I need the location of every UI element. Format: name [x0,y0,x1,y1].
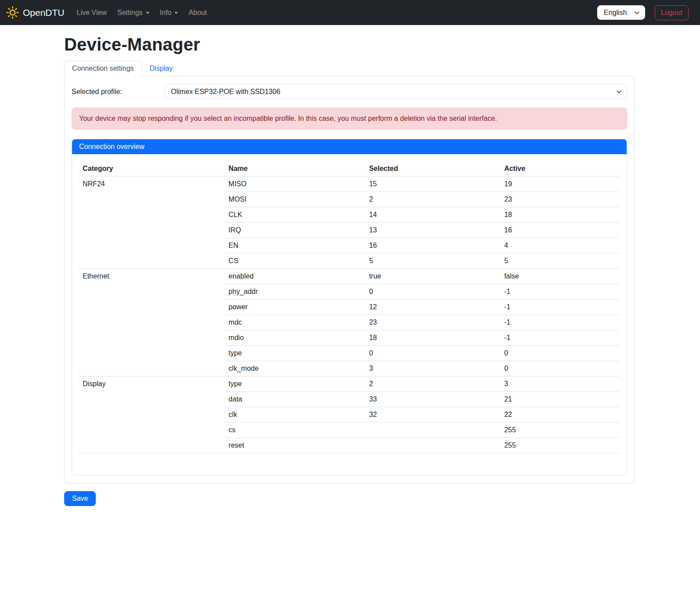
col-header-name: Name [225,161,366,177]
category-cell: NRF24 [79,177,225,269]
table-head: Category Name Selected Active [79,161,620,177]
active-cell: 0 [501,346,620,361]
selected-cell: 2 [366,192,501,207]
name-cell: type [225,376,366,392]
active-cell: 4 [501,238,620,253]
col-header-category: Category [79,161,225,177]
col-header-active: Active [501,161,620,177]
selected-cell: 16 [366,238,501,253]
brand-link[interactable]: OpenDTU [6,6,65,19]
selected-cell: 18 [366,330,501,346]
selected-cell: 33 [366,392,501,407]
name-cell: mdio [225,330,366,346]
name-cell: IRQ [225,223,366,238]
name-cell: phy_addr [225,284,366,300]
active-cell: 19 [501,177,620,192]
selected-cell: 0 [366,346,501,361]
active-cell: 18 [501,207,620,223]
brand-label: OpenDTU [23,7,65,18]
caret-down-icon [174,12,178,14]
incompatible-profile-alert: Your device may stop responding if you s… [72,108,627,130]
active-cell: 22 [501,407,620,423]
active-cell: -1 [501,330,620,346]
save-button[interactable]: Save [64,491,96,506]
top-navbar: OpenDTU Live View Settings Info About En… [0,0,700,25]
language-select[interactable]: English [597,5,645,20]
table-row: Ethernetenabledtruefalse [79,269,620,284]
selected-cell: 3 [366,361,501,376]
name-cell: type [225,346,366,361]
name-cell: MOSI [225,192,366,207]
nav-links: Live View Settings Info About [72,5,213,20]
selected-cell: 2 [366,376,501,392]
nav-item-live-view[interactable]: Live View [72,5,112,20]
profile-label: Selected profile: [72,88,165,96]
active-cell: 255 [501,423,620,438]
table-row: NRF24MISO1519 [79,177,620,192]
active-cell: -1 [501,300,620,315]
name-cell: CS [225,253,366,269]
selected-cell: true [366,269,501,284]
tab-bar: Connection settings Display [64,61,635,76]
profile-select[interactable]: Olimex ESP32-POE with SSD1306 [165,84,627,99]
name-cell: mdc [225,315,366,330]
tab-content: Selected profile: Olimex ESP32-POE with … [64,76,635,484]
card-header: Connection overview [72,139,627,154]
selected-cell: 5 [366,253,501,269]
name-cell: cs [225,423,366,438]
profile-row: Selected profile: Olimex ESP32-POE with … [72,84,627,99]
name-cell: enabled [225,269,366,284]
profile-select-wrap: Olimex ESP32-POE with SSD1306 [165,84,627,99]
active-cell: 21 [501,392,620,407]
connection-overview-table: Category Name Selected Active NRF24MISO1… [79,161,620,453]
name-cell: clk [225,407,366,423]
tab-display[interactable]: Display [142,61,181,76]
card-body: Category Name Selected Active NRF24MISO1… [72,154,627,475]
active-cell: 5 [501,253,620,269]
navbar-right: English Logout [597,5,694,20]
active-cell: 0 [501,361,620,376]
active-cell: false [501,269,620,284]
caret-down-icon [146,12,149,14]
active-cell: 23 [501,192,620,207]
connection-table-body: NRF24MISO1519MOSI223CLK1418IRQ1316EN164C… [79,177,620,453]
active-cell: 3 [501,376,620,392]
tab-connection-settings[interactable]: Connection settings [64,61,142,76]
category-cell: Ethernet [79,269,225,376]
active-cell: 255 [501,438,620,453]
active-cell: -1 [501,315,620,330]
selected-cell: 32 [366,407,501,423]
active-cell: 16 [501,223,620,238]
selected-cell: 23 [366,315,501,330]
selected-cell: 0 [366,284,501,300]
selected-cell [366,423,501,438]
name-cell: EN [225,238,366,253]
name-cell: MISO [225,177,366,192]
nav-item-info[interactable]: Info [155,5,184,20]
nav-item-settings[interactable]: Settings [112,5,155,20]
name-cell: CLK [225,207,366,223]
selected-cell: 14 [366,207,501,223]
active-cell: -1 [501,284,620,300]
category-cell: Display [79,376,225,453]
sun-icon [6,6,19,19]
name-cell: clk_mode [225,361,366,376]
language-select-wrap: English [597,5,645,20]
selected-cell: 13 [366,223,501,238]
nav-item-about[interactable]: About [183,5,212,20]
name-cell: power [225,300,366,315]
selected-cell [366,438,501,453]
table-row: Displaytype23 [79,376,620,392]
col-header-selected: Selected [366,161,501,177]
logout-button[interactable]: Logout [655,5,689,20]
page-container: Device-Manager Connection settings Displ… [64,35,635,506]
connection-overview-card: Connection overview Category Name Select… [72,139,627,476]
name-cell: data [225,392,366,407]
page-title: Device-Manager [64,35,635,54]
selected-cell: 12 [366,300,501,315]
selected-cell: 15 [366,177,501,192]
name-cell: reset [225,438,366,453]
